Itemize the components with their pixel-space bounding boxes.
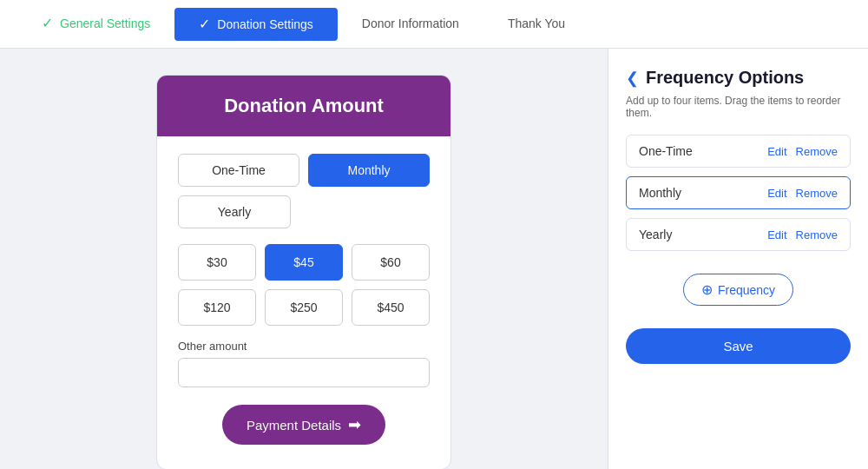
amount-grid: $30 $45 $60 $120 $250 $450 (178, 244, 430, 326)
tab-thankyou-label: Thank You (508, 17, 565, 30)
freq-item-one-time-label: One-Time (639, 144, 693, 158)
other-amount-input[interactable] (178, 358, 430, 387)
save-button[interactable]: Save (626, 328, 851, 364)
add-frequency-label: Frequency (718, 283, 775, 297)
amount-btn-250[interactable]: $250 (265, 289, 343, 326)
right-panel-header: ❮ Frequency Options (626, 68, 851, 88)
freq-item-one-time: One-Time Edit Remove (626, 135, 851, 168)
freq-item-yearly-label: Yearly (639, 228, 672, 241)
freq-btn-yearly[interactable]: Yearly (178, 195, 291, 228)
edit-yearly-button[interactable]: Edit (767, 228, 786, 241)
main-content: Donation Amount One-Time Monthly Yearly … (0, 49, 868, 469)
amount-btn-60[interactable]: $60 (352, 244, 430, 281)
payment-btn-wrap: Payment Details ➡ (178, 405, 430, 445)
left-panel: Donation Amount One-Time Monthly Yearly … (0, 49, 608, 469)
tab-general-label: General Settings (60, 17, 150, 30)
freq-item-monthly: Monthly Edit Remove (626, 176, 851, 209)
tab-thank-you[interactable]: Thank You (483, 0, 589, 48)
tab-donation-label: Donation Settings (217, 17, 313, 31)
freq-item-monthly-label: Monthly (639, 186, 681, 200)
remove-yearly-button[interactable]: Remove (796, 228, 838, 241)
right-panel-subtitle: Add up to four items. Drag the items to … (626, 95, 851, 119)
tab-donation-settings[interactable]: ✓ Donation Settings (174, 8, 338, 41)
donation-card: Donation Amount One-Time Monthly Yearly … (156, 75, 451, 469)
card-header-title: Donation Amount (224, 95, 384, 116)
card-body: One-Time Monthly Yearly $30 $45 $60 $120… (157, 136, 450, 469)
payment-details-button[interactable]: Payment Details ➡ (222, 405, 385, 445)
amount-btn-450[interactable]: $450 (352, 289, 430, 326)
back-icon[interactable]: ❮ (626, 69, 639, 88)
freq-item-monthly-actions: Edit Remove (767, 187, 838, 200)
tab-general-settings[interactable]: ✓ General Settings (17, 0, 174, 48)
payment-btn-label: Payment Details (247, 418, 341, 433)
add-freq-wrap: ⊕ Frequency (626, 260, 851, 320)
top-nav: ✓ General Settings ✓ Donation Settings D… (0, 0, 868, 49)
freq-row-1: One-Time Monthly (178, 154, 430, 187)
tab-donor-label: Donor Information (362, 17, 459, 30)
freq-btn-one-time[interactable]: One-Time (178, 154, 299, 187)
amount-btn-120[interactable]: $120 (178, 289, 256, 326)
edit-one-time-button[interactable]: Edit (767, 145, 786, 158)
right-panel-title: Frequency Options (646, 68, 804, 88)
check-icon: ✓ (42, 15, 53, 31)
remove-one-time-button[interactable]: Remove (796, 145, 838, 158)
amount-btn-45[interactable]: $45 (265, 244, 343, 281)
remove-monthly-button[interactable]: Remove (796, 187, 838, 200)
right-panel: ❮ Frequency Options Add up to four items… (608, 49, 868, 469)
other-amount-label: Other amount (178, 340, 430, 353)
amount-btn-30[interactable]: $30 (178, 244, 256, 281)
freq-item-one-time-actions: Edit Remove (767, 145, 838, 158)
card-header: Donation Amount (157, 76, 450, 136)
freq-btn-monthly[interactable]: Monthly (308, 154, 430, 187)
plus-icon: ⊕ (701, 281, 713, 298)
freq-row-2: Yearly (178, 195, 430, 228)
check-icon-active: ✓ (199, 16, 210, 32)
freq-item-yearly: Yearly Edit Remove (626, 218, 851, 251)
arrow-circle-icon: ➡ (348, 415, 361, 434)
freq-item-yearly-actions: Edit Remove (767, 228, 838, 241)
edit-monthly-button[interactable]: Edit (767, 187, 786, 200)
tab-donor-information[interactable]: Donor Information (338, 0, 483, 48)
add-frequency-button[interactable]: ⊕ Frequency (683, 274, 793, 306)
